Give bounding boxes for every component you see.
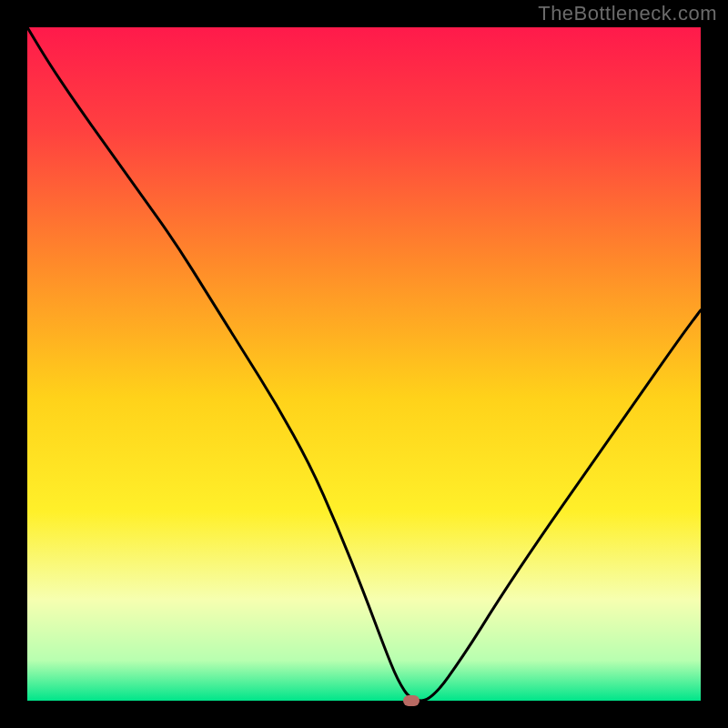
watermark-text: TheBottleneck.com [538, 2, 717, 25]
minimum-point-marker [403, 695, 420, 706]
chart-frame: TheBottleneck.com [0, 0, 728, 728]
plot-area [27, 27, 701, 701]
plot-svg [27, 27, 701, 701]
gradient-background [27, 27, 701, 701]
